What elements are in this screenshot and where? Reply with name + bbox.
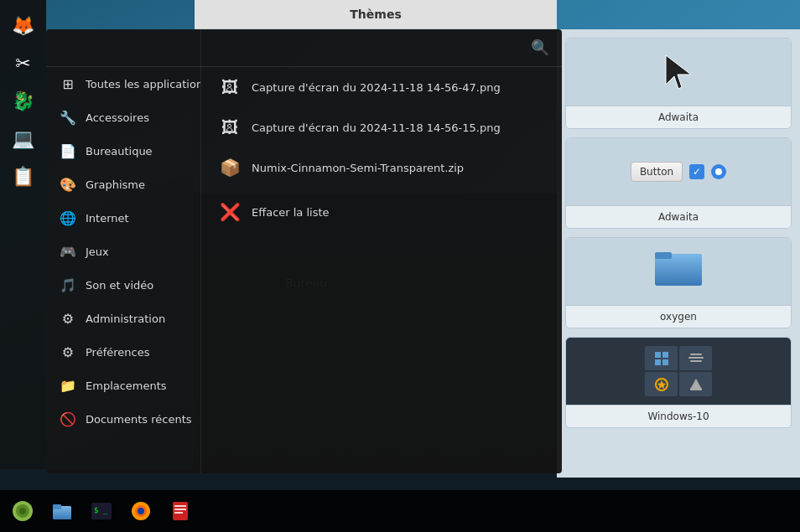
windows10-preview (566, 338, 791, 405)
category-graphics[interactable]: 🎨 Graphisme (46, 168, 200, 201)
category-office[interactable]: 📄 Bureautique (46, 134, 200, 168)
places-icon: 📁 (59, 376, 77, 395)
svg-rect-10 (690, 360, 702, 362)
category-graphics-label: Graphisme (86, 178, 145, 191)
sidebar-clipboard-icon[interactable]: 📋 (7, 159, 40, 193)
theme-oxygen[interactable]: oxygen (565, 237, 792, 328)
svg-rect-3 (655, 252, 672, 259)
category-preferences[interactable]: ⚙ Préférences (46, 335, 200, 369)
taskbar-filemanager[interactable] (44, 493, 81, 529)
recent-item-0-label: Capture d'écran du 2024-11-18 14-56-47.p… (252, 81, 501, 94)
accessories-icon: 🔧 (59, 108, 77, 127)
oxygen-name: oxygen (566, 305, 791, 328)
category-administration[interactable]: ⚙ Administration (46, 302, 200, 335)
themes-title: Thèmes (350, 8, 401, 21)
svg-rect-5 (662, 352, 668, 358)
svg-rect-4 (655, 352, 661, 358)
category-accessories-label: Accessoires (86, 111, 149, 124)
category-sound-video-label: Son et vidéo (86, 279, 153, 292)
category-sound-video[interactable]: 🎵 Son et vidéo (46, 268, 200, 302)
recent-item-2-label: Numix-Cinnamon-Semi-Transparent.zip (252, 162, 464, 174)
adwaita-cursor-preview (566, 39, 791, 106)
category-office-label: Bureautique (86, 145, 153, 158)
main-menu: 🔍 ⊞ Toutes les applications 🔧 Accessoire… (46, 29, 562, 473)
sidebar-tool-icon[interactable]: ✂ (7, 46, 40, 80)
recent-item-1-label: Capture d'écran du 2024-11-18 14-56-15.p… (252, 121, 501, 134)
screenshot1-icon: 🖼 (218, 75, 242, 99)
recent-item-0[interactable]: 🖼 Capture d'écran du 2024-11-18 14-56-47… (201, 67, 562, 107)
category-games[interactable]: 🎮 Jeux (46, 235, 200, 268)
svg-marker-14 (691, 379, 701, 388)
graphics-icon: 🎨 (59, 175, 77, 194)
internet-icon: 🌐 (59, 209, 77, 227)
svg-rect-13 (690, 388, 702, 390)
win10-grid (645, 346, 712, 396)
category-all-apps-label: Toutes les applications (86, 78, 201, 90)
category-games-label: Jeux (86, 245, 109, 258)
search-input[interactable] (55, 36, 527, 59)
category-places-label: Emplacements (86, 380, 167, 392)
themes-titlebar: Thèmes (195, 0, 557, 29)
theme-adwaita-cursor[interactable]: Adwaita (565, 38, 792, 129)
sidebar-firefox-icon[interactable]: 🦊 (7, 8, 40, 42)
taskbar-firefox[interactable] (122, 493, 159, 529)
svg-rect-20 (53, 504, 61, 509)
search-button[interactable]: 🔍 (527, 34, 553, 61)
svg-marker-12 (657, 380, 666, 389)
clear-list-label: Effacer la liste (252, 206, 330, 219)
all-apps-icon: ⊞ (59, 75, 77, 93)
svg-rect-28 (174, 509, 186, 510)
recent-item-2[interactable]: 📦 Numix-Cinnamon-Semi-Transparent.zip (201, 147, 562, 188)
svg-rect-26 (173, 502, 188, 520)
category-recent-docs[interactable]: 🚫 Documents récents (46, 402, 200, 436)
search-bar: 🔍 (46, 29, 562, 67)
category-internet[interactable]: 🌐 Internet (46, 201, 200, 235)
category-recent-docs-label: Documents récents (86, 413, 192, 426)
administration-icon: ⚙ (59, 309, 77, 328)
recent-panel: 🖼 Capture d'écran du 2024-11-18 14-56-47… (201, 29, 562, 473)
taskbar-terminal[interactable]: $ _ (83, 493, 120, 529)
svg-rect-27 (174, 505, 186, 507)
category-administration-label: Administration (86, 312, 165, 325)
taskbar-cinnamon[interactable] (4, 493, 41, 529)
oxygen-preview (566, 238, 791, 305)
win10-cell-1 (679, 346, 712, 370)
zip-icon: 📦 (218, 156, 242, 179)
svg-marker-0 (666, 55, 691, 89)
win10-cell-3 (679, 372, 712, 396)
sidebar-mint-icon[interactable]: 🐉 (7, 84, 40, 117)
adwaita-widget-preview: Button ✓ (566, 138, 791, 205)
svg-rect-8 (688, 357, 704, 359)
theme-windows10[interactable]: Windows-10 (565, 337, 792, 428)
themes-panel: Adwaita Button ✓ Adwaita (557, 29, 800, 478)
category-accessories[interactable]: 🔧 Accessoires (46, 101, 200, 134)
widget-preview: Button ✓ (631, 162, 726, 182)
adwaita-widget-name: Adwaita (566, 205, 791, 228)
category-internet-label: Internet (86, 212, 129, 225)
sidebar-terminal-icon[interactable]: 💻 (7, 121, 40, 155)
svg-rect-29 (174, 512, 183, 514)
sidebar-icons: 🦊 ✂ 🐉 💻 📋 (0, 0, 46, 469)
recent-item-1[interactable]: 🖼 Capture d'écran du 2024-11-18 14-56-15… (201, 107, 562, 147)
preview-button: Button (631, 162, 683, 182)
windows10-name: Windows-10 (566, 405, 791, 427)
theme-adwaita-widget[interactable]: Button ✓ Adwaita (565, 137, 792, 229)
taskbar-rednotebook[interactable] (162, 493, 199, 529)
category-preferences-label: Préférences (86, 346, 149, 359)
category-all-apps[interactable]: ⊞ Toutes les applications (46, 67, 200, 101)
svg-rect-6 (655, 359, 661, 365)
categories-panel: ⊞ Toutes les applications 🔧 Accessoires … (46, 29, 201, 473)
svg-point-25 (138, 508, 144, 514)
clear-list-item[interactable]: ❌ Effacer la liste (201, 192, 562, 232)
clear-list-icon: ❌ (218, 200, 242, 224)
screenshot2-icon: 🖼 (218, 116, 242, 139)
preview-check: ✓ (689, 164, 704, 179)
category-places[interactable]: 📁 Emplacements (46, 369, 200, 402)
cursor-icon (653, 47, 704, 97)
svg-rect-7 (662, 359, 668, 365)
recent-docs-icon: 🚫 (59, 410, 77, 428)
svg-text:$ _: $ _ (94, 506, 108, 514)
taskbar: $ _ (0, 490, 800, 532)
adwaita-cursor-name: Adwaita (566, 106, 791, 128)
svg-rect-9 (690, 354, 702, 355)
